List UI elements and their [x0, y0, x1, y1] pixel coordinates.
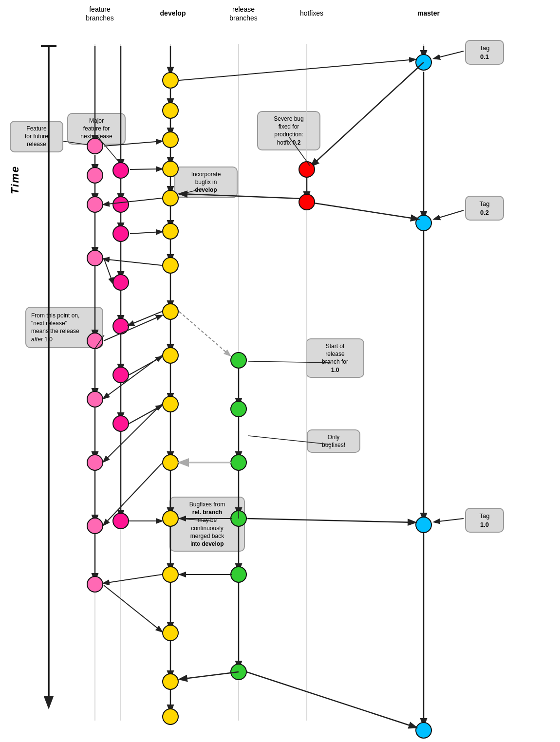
tag-10-arrow [434, 519, 464, 522]
feat1-node-2 [87, 167, 103, 183]
feat1-to-dev-1200 [104, 585, 162, 631]
master-node-4 [416, 723, 431, 738]
hotfix-node-2 [299, 194, 315, 210]
feat1-node-9 [87, 576, 103, 592]
feat2-node-3 [113, 226, 129, 241]
dev-node-6 [163, 223, 178, 239]
dev-to-master-01 [179, 59, 415, 80]
dev-node-15 [163, 674, 178, 689]
dev-node-10 [163, 396, 178, 412]
dev-to-feat1-950 [104, 464, 162, 525]
callout-tail-start-release [248, 361, 331, 363]
dev-node-4 [163, 161, 178, 177]
dev-node-13 [163, 567, 178, 582]
feat2-node-1 [113, 163, 129, 178]
feat2-node-7 [113, 416, 129, 431]
main-svg [0, 0, 560, 742]
dev-node-16 [163, 709, 178, 724]
feat1-to-dev-1 [104, 141, 162, 146]
dev-node-11 [163, 455, 178, 470]
dev-node-5 [163, 190, 178, 206]
dev-node-12 [163, 511, 178, 526]
feat2-node-5 [113, 318, 129, 334]
feat1-node-1 [87, 138, 103, 154]
dev-node-3 [163, 132, 178, 148]
feat2-to-dev-1 [130, 169, 162, 169]
feat2-to-dev-770 [129, 357, 162, 375]
feat1-to-feat2 [104, 258, 113, 283]
feat2-node-6 [113, 367, 129, 383]
feat2-to-dev-2 [130, 232, 162, 234]
rel-node-3 [231, 455, 246, 470]
develop-to-release-dashed [179, 312, 230, 355]
feat1-to-dev-700 [104, 315, 162, 341]
feat1-node-8 [87, 518, 103, 534]
rel-to-dev-1380 [180, 672, 239, 679]
tag-02-arrow [434, 210, 464, 219]
dev-to-feat1-1 [104, 198, 162, 204]
feat2-node-8 [113, 513, 129, 529]
feat1-node-6 [87, 391, 103, 407]
rel-node-5 [231, 567, 246, 582]
diagram: featurebranches develop releasebranches … [0, 0, 560, 742]
dev-to-feat1-1180 [104, 575, 162, 583]
feat1-node-4 [87, 250, 103, 266]
dev-node-1 [163, 73, 178, 88]
dev-node-9 [163, 348, 178, 363]
rel-node-2 [231, 401, 246, 417]
feat1-node-7 [87, 455, 103, 470]
callout-tail-feature-future [63, 141, 87, 145]
master-node-2 [416, 215, 431, 231]
hotfix-to-develop [180, 194, 303, 199]
dev-node-2 [163, 103, 178, 118]
feat2-node-4 [113, 275, 129, 290]
dev-to-feat1-2 [104, 259, 162, 265]
rel-to-master-final [246, 672, 416, 727]
dev-node-14 [163, 625, 178, 641]
tag-01-arrow [434, 51, 464, 58]
hotfix-node-1 [299, 162, 315, 177]
dev-node-8 [163, 304, 178, 319]
master-node-3 [416, 517, 431, 533]
feat2-node-2 [113, 197, 129, 212]
hotfix-to-master [311, 203, 418, 219]
hotfix-branch-start [312, 62, 424, 166]
release-to-master [247, 519, 415, 522]
rel-node-1 [231, 352, 246, 368]
dev-node-7 [163, 258, 178, 273]
dev-to-feat1-830 [104, 404, 162, 462]
callout-tail-only-bugfixes [248, 436, 331, 445]
feat1-node-3 [87, 197, 103, 212]
